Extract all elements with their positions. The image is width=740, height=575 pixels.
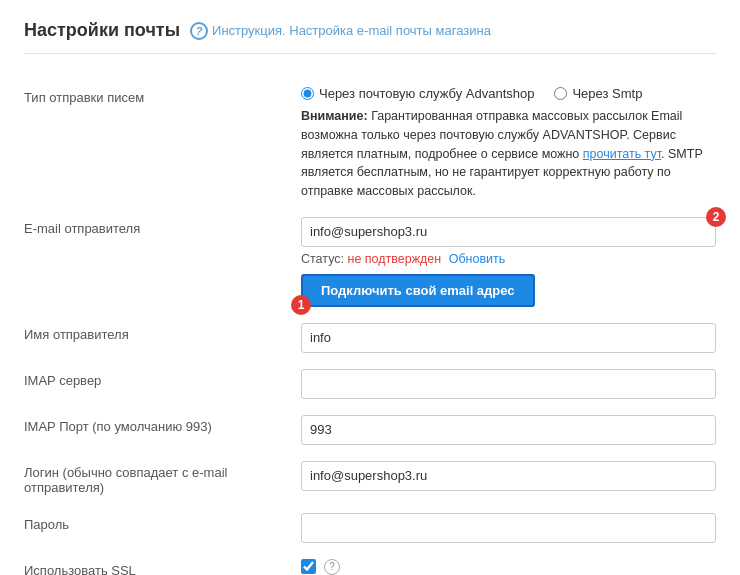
connect-email-button[interactable]: Подключить свой email адрес <box>301 274 535 307</box>
password-cell <box>301 505 716 551</box>
radio-advantshop-text: Через почтовую службу Advantshop <box>319 86 534 101</box>
password-input[interactable] <box>301 513 716 543</box>
radio-smtp[interactable] <box>554 87 567 100</box>
warning-link[interactable]: прочитать тут <box>583 147 661 161</box>
refresh-label-text: Обновить <box>449 252 506 266</box>
radio-advantshop-label[interactable]: Через почтовую службу Advantshop <box>301 86 534 101</box>
badge-2: 2 <box>706 207 726 227</box>
status-row: Статус: не подтвержден Обновить <box>301 252 716 266</box>
radio-advantshop[interactable] <box>301 87 314 100</box>
ssl-row: Использовать SSL ? <box>24 551 716 575</box>
send-type-controls: Через почтовую службу Advantshop Через S… <box>301 78 716 209</box>
radio-group: Через почтовую службу Advantshop Через S… <box>301 86 716 101</box>
instruction-icon: ? <box>190 22 208 40</box>
imap-port-input[interactable] <box>301 415 716 445</box>
page-title: Настройки почты <box>24 20 180 41</box>
ssl-checkbox[interactable] <box>301 559 316 574</box>
settings-form: Тип отправки писем Через почтовую службу… <box>24 78 716 575</box>
login-cell <box>301 453 716 505</box>
ssl-checkbox-wrap: ? <box>301 559 716 575</box>
instruction-text: Инструкция. Настройка e-mail почты магаз… <box>212 23 491 38</box>
imap-server-input[interactable] <box>301 369 716 399</box>
password-row: Пароль <box>24 505 716 551</box>
ssl-help-icon[interactable]: ? <box>324 559 340 575</box>
send-type-label: Тип отправки писем <box>24 78 301 209</box>
refresh-link[interactable]: Обновить <box>449 252 506 266</box>
login-input[interactable] <box>301 461 716 491</box>
sender-name-cell <box>301 315 716 361</box>
connect-btn-wrapper: Подключить свой email адрес 1 <box>301 274 535 307</box>
instruction-link[interactable]: ? Инструкция. Настройка e-mail почты маг… <box>190 22 491 40</box>
sender-email-row: E-mail отправителя 2 Статус: не подтверж… <box>24 209 716 315</box>
status-value: не подтвержден <box>347 252 441 266</box>
imap-server-row: IMAP сервер <box>24 361 716 407</box>
ssl-cell: ? <box>301 551 716 575</box>
sender-name-label: Имя отправителя <box>24 315 301 361</box>
warning-label: Внимание: <box>301 109 368 123</box>
login-row: Логин (обычно совпадает с e-mail отправи… <box>24 453 716 505</box>
warning-link-text: прочитать тут <box>583 147 661 161</box>
sender-email-label: E-mail отправителя <box>24 209 301 315</box>
imap-server-cell <box>301 361 716 407</box>
sender-name-input[interactable] <box>301 323 716 353</box>
sender-name-row: Имя отправителя <box>24 315 716 361</box>
ssl-label: Использовать SSL <box>24 551 301 575</box>
page-header: Настройки почты ? Инструкция. Настройка … <box>24 20 716 54</box>
send-type-row: Тип отправки писем Через почтовую службу… <box>24 78 716 209</box>
radio-smtp-text: Через Smtp <box>572 86 642 101</box>
email-input-wrapper: 2 <box>301 217 716 247</box>
sender-email-cell: 2 Статус: не подтвержден Обновить Подклю… <box>301 209 716 315</box>
sender-email-input[interactable] <box>301 217 716 247</box>
password-label: Пароль <box>24 505 301 551</box>
warning-block: Внимание: Гарантированная отправка массо… <box>301 107 716 201</box>
radio-smtp-label[interactable]: Через Smtp <box>554 86 642 101</box>
imap-port-label: IMAP Порт (по умолчанию 993) <box>24 407 301 453</box>
imap-port-cell <box>301 407 716 453</box>
login-label: Логин (обычно совпадает с e-mail отправи… <box>24 453 301 505</box>
imap-server-label: IMAP сервер <box>24 361 301 407</box>
status-label: Статус: <box>301 252 344 266</box>
badge-1: 1 <box>291 295 311 315</box>
imap-port-row: IMAP Порт (по умолчанию 993) <box>24 407 716 453</box>
